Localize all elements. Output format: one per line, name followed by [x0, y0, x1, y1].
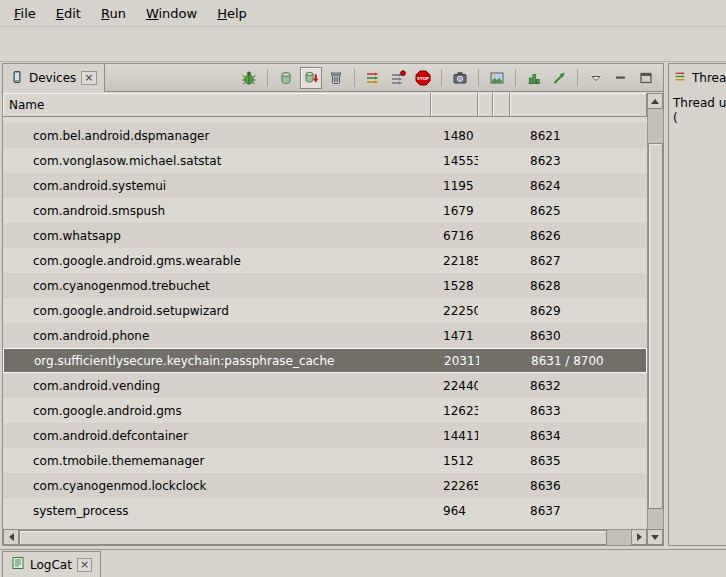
- process-name: system_process: [3, 504, 431, 518]
- method-profiling-button[interactable]: [387, 67, 409, 89]
- devices-view: Devices ×: [2, 63, 664, 546]
- process-pid: 1528: [431, 279, 478, 293]
- table-row[interactable]: com.google.android.gms.wearable221858627: [3, 248, 647, 273]
- process-pid: 1679: [431, 204, 478, 218]
- process-name: com.google.android.gms: [3, 404, 431, 418]
- scroll-right-button[interactable]: [631, 529, 647, 545]
- process-port: 8628: [510, 279, 647, 293]
- devices-header: Devices ×: [3, 64, 663, 92]
- table-row[interactable]: com.android.systemui11958624: [3, 173, 647, 198]
- process-pid: 14411: [431, 429, 478, 443]
- menu-window[interactable]: Window: [136, 2, 207, 25]
- menu-window-label: indow: [158, 6, 197, 21]
- toolbar-separator: [441, 69, 442, 87]
- tab-logcat[interactable]: LogCat ×: [2, 551, 101, 577]
- process-pid: 20311: [432, 354, 479, 368]
- table-row[interactable]: com.android.vending224408632: [3, 373, 647, 398]
- column-header-4[interactable]: [493, 93, 510, 117]
- table-row[interactable]: com.cyanogenmod.lockclock222658636: [3, 473, 647, 498]
- horizontal-scrollbar[interactable]: [3, 529, 647, 545]
- stop-process-button[interactable]: STOP: [412, 67, 434, 89]
- menu-edit-mnemonic: E: [56, 6, 64, 21]
- process-pid: 6716: [431, 229, 478, 243]
- table-row[interactable]: com.whatsapp67168626: [3, 223, 647, 248]
- toolbar-separator: [478, 69, 479, 87]
- process-port: 8633: [510, 404, 647, 418]
- menu-run-label: un: [109, 6, 125, 21]
- close-icon[interactable]: ×: [81, 71, 96, 85]
- menu-file[interactable]: File: [4, 2, 46, 25]
- table-row[interactable]: com.tmobile.thememanager15128635: [3, 448, 647, 473]
- column-header-name[interactable]: Name: [3, 93, 431, 117]
- scroll-up-button[interactable]: [647, 93, 663, 109]
- table-row[interactable]: com.android.defcontainer144118634: [3, 423, 647, 448]
- menu-help-mnemonic: H: [217, 6, 227, 21]
- threads-view: Threads Thread up (: [668, 63, 726, 546]
- scroll-left-button[interactable]: [3, 529, 19, 545]
- cause-gc-button[interactable]: [325, 67, 347, 89]
- vertical-scrollbar[interactable]: [647, 93, 663, 545]
- bug-icon: [241, 70, 257, 86]
- process-name: com.google.android.setupwizard: [3, 304, 431, 318]
- view-menu-button[interactable]: [585, 67, 607, 89]
- table-row[interactable]: org.sufficientlysecure.keychain:passphra…: [3, 348, 647, 373]
- threads-header: Threads: [669, 64, 726, 92]
- scroll-down-button[interactable]: [647, 529, 663, 545]
- tab-threads-label: Threads: [692, 71, 726, 85]
- column-header-port[interactable]: [510, 93, 647, 117]
- table-row[interactable]: com.google.android.setupwizard222508629: [3, 298, 647, 323]
- process-name: com.whatsapp: [3, 229, 431, 243]
- threads-message-line: Thread up: [673, 96, 722, 111]
- maximize-button[interactable]: [635, 67, 657, 89]
- menu-help[interactable]: Help: [207, 2, 257, 25]
- process-pid: 22250: [431, 304, 478, 318]
- minimize-button[interactable]: [610, 67, 632, 89]
- process-pid: 22185: [431, 254, 478, 268]
- profiling-icon: [390, 70, 406, 86]
- update-heap-button[interactable]: [275, 67, 297, 89]
- screen-capture-button[interactable]: [449, 67, 471, 89]
- menu-run[interactable]: Run: [91, 2, 136, 25]
- table-row[interactable]: com.bel.android.dspmanager14808621: [3, 123, 647, 148]
- debug-process-button[interactable]: [238, 67, 260, 89]
- process-pid: 1195: [431, 179, 478, 193]
- process-name: com.android.smspush: [3, 204, 431, 218]
- hierarchy-view-button[interactable]: [548, 67, 570, 89]
- hprof-icon: [303, 70, 319, 86]
- vertical-scrollbar-thumb[interactable]: [648, 143, 663, 509]
- column-header-pid[interactable]: [431, 93, 478, 117]
- process-port: 8621: [510, 129, 647, 143]
- tab-devices[interactable]: Devices ×: [3, 64, 105, 92]
- process-port: 8626: [510, 229, 647, 243]
- device-table-body: com.bel.android.dspmanager14808621com.vo…: [3, 117, 647, 529]
- process-name: com.android.phone: [3, 329, 431, 343]
- device-icon: [10, 70, 24, 87]
- close-icon[interactable]: ×: [77, 558, 92, 572]
- table-row[interactable]: com.google.android.gms126238633: [3, 398, 647, 423]
- menu-bar: File Edit Run Window Help: [0, 0, 726, 27]
- bottom-tab-bar: LogCat ×: [0, 549, 726, 577]
- threads-icon: [365, 70, 381, 86]
- table-row[interactable]: com.vonglasow.michael.satstat145538623: [3, 148, 647, 173]
- table-row[interactable]: com.cyanogenmod.trebuchet15288628: [3, 273, 647, 298]
- process-name: com.cyanogenmod.lockclock: [3, 479, 431, 493]
- screen-record-button[interactable]: [486, 67, 508, 89]
- column-header-3[interactable]: [478, 93, 493, 117]
- table-row[interactable]: com.android.smspush16798625: [3, 198, 647, 223]
- process-port: 8629: [510, 304, 647, 318]
- table-row[interactable]: system_process9648637: [3, 498, 647, 523]
- process-port: 8624: [510, 179, 647, 193]
- menu-edit[interactable]: Edit: [46, 2, 91, 25]
- tab-threads[interactable]: Threads: [669, 64, 726, 92]
- process-pid: 964: [431, 504, 478, 518]
- update-threads-button[interactable]: [362, 67, 384, 89]
- process-name: com.cyanogenmod.trebuchet: [3, 279, 431, 293]
- menu-edit-label: dit: [64, 6, 81, 21]
- sysinfo-button[interactable]: [523, 67, 545, 89]
- table-row[interactable]: com.android.phone14718630: [3, 323, 647, 348]
- horizontal-scrollbar-thumb[interactable]: [19, 530, 607, 545]
- dump-hprof-button[interactable]: [300, 67, 322, 89]
- process-port: 8632: [510, 379, 647, 393]
- process-name: com.android.defcontainer: [3, 429, 431, 443]
- toolbar-separator: [354, 69, 355, 87]
